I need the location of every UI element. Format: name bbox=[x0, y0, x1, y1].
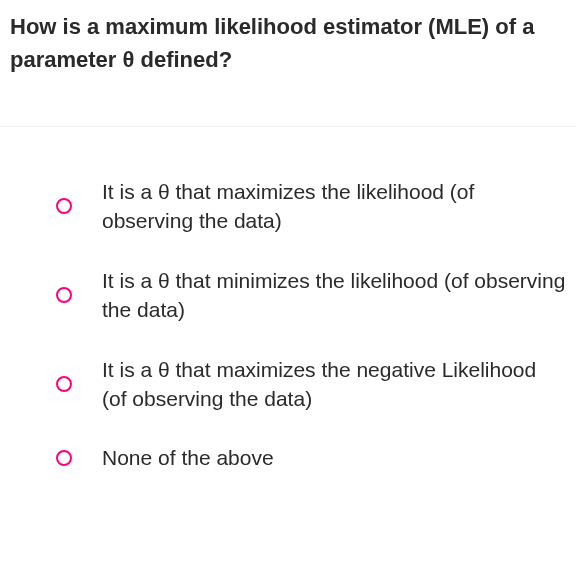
radio-icon[interactable] bbox=[56, 376, 72, 392]
options-block: It is a θ that maximizes the likelihood … bbox=[0, 127, 576, 513]
option-label: It is a θ that minimizes the likelihood … bbox=[102, 266, 566, 325]
radio-icon[interactable] bbox=[56, 450, 72, 466]
option-row[interactable]: It is a θ that maximizes the negative Li… bbox=[56, 355, 566, 414]
option-label: It is a θ that maximizes the likelihood … bbox=[102, 177, 566, 236]
option-label: It is a θ that maximizes the negative Li… bbox=[102, 355, 566, 414]
option-label: None of the above bbox=[102, 443, 274, 472]
option-row[interactable]: It is a θ that maximizes the likelihood … bbox=[56, 177, 566, 236]
option-row[interactable]: It is a θ that minimizes the likelihood … bbox=[56, 266, 566, 325]
question-block: How is a maximum likelihood estimator (M… bbox=[0, 0, 576, 76]
question-text: How is a maximum likelihood estimator (M… bbox=[10, 10, 566, 76]
radio-icon[interactable] bbox=[56, 198, 72, 214]
radio-icon[interactable] bbox=[56, 287, 72, 303]
option-row[interactable]: None of the above bbox=[56, 443, 566, 472]
